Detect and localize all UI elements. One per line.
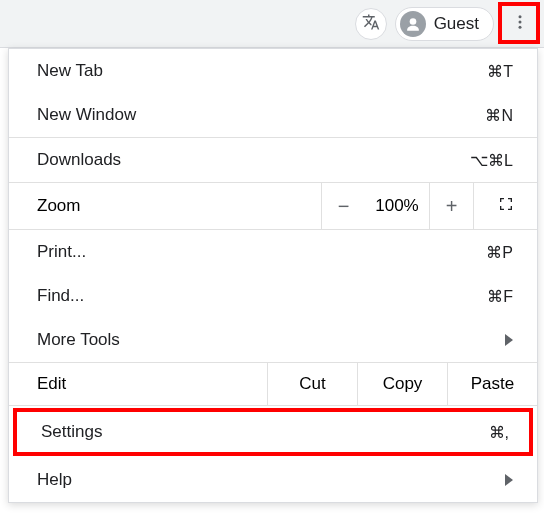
translate-button[interactable]: [355, 8, 387, 40]
menu-label: Downloads: [37, 150, 121, 170]
menu-shortcut: ⌥⌘L: [470, 151, 513, 170]
menu-label: Settings: [41, 422, 102, 442]
menu-label: Help: [37, 470, 72, 490]
menu-label: New Window: [37, 105, 136, 125]
svg-point-1: [409, 18, 416, 25]
menu-shortcut: ⌘T: [487, 62, 513, 81]
menu-label: More Tools: [37, 330, 120, 350]
chevron-right-icon: [505, 334, 513, 346]
menu-item-more-tools[interactable]: More Tools: [9, 318, 537, 362]
menu-item-help[interactable]: Help: [9, 458, 537, 502]
kebab-icon: [511, 13, 529, 35]
menu-item-new-tab[interactable]: New Tab ⌘T: [9, 49, 537, 93]
menu-button[interactable]: [502, 6, 538, 42]
menu-item-zoom: Zoom − 100% +: [9, 182, 537, 230]
fullscreen-button[interactable]: [473, 183, 537, 229]
menu-item-find[interactable]: Find... ⌘F: [9, 274, 537, 318]
avatar-icon: [400, 11, 426, 37]
menu-item-print[interactable]: Print... ⌘P: [9, 230, 537, 274]
zoom-value: 100%: [365, 196, 429, 216]
menu-label: Print...: [37, 242, 86, 262]
browser-toolbar: Guest: [0, 0, 544, 48]
menu-item-new-window[interactable]: New Window ⌘N: [9, 93, 537, 137]
svg-point-2: [519, 15, 522, 18]
menu-shortcut: ⌘P: [486, 243, 513, 262]
browser-menu: New Tab ⌘T New Window ⌘N Downloads ⌥⌘L Z…: [8, 48, 538, 503]
zoom-in-button[interactable]: +: [429, 183, 473, 229]
menu-label: Find...: [37, 286, 84, 306]
zoom-label: Zoom: [9, 196, 321, 216]
cut-button[interactable]: Cut: [267, 363, 357, 405]
menu-shortcut: ⌘N: [485, 106, 513, 125]
profile-label: Guest: [434, 14, 479, 34]
menu-item-downloads[interactable]: Downloads ⌥⌘L: [9, 138, 537, 182]
profile-button[interactable]: Guest: [395, 7, 494, 41]
menu-item-edit: Edit Cut Copy Paste: [9, 362, 537, 406]
translate-icon: [362, 13, 380, 35]
svg-point-3: [519, 20, 522, 23]
menu-shortcut: ⌘F: [487, 287, 513, 306]
settings-highlight: Settings ⌘,: [13, 408, 533, 456]
menu-item-settings[interactable]: Settings ⌘,: [17, 412, 529, 452]
menu-shortcut: ⌘,: [489, 423, 509, 442]
fullscreen-icon: [498, 196, 514, 216]
copy-button[interactable]: Copy: [357, 363, 447, 405]
paste-button[interactable]: Paste: [447, 363, 537, 405]
menu-label: New Tab: [37, 61, 103, 81]
chevron-right-icon: [505, 474, 513, 486]
zoom-out-button[interactable]: −: [321, 183, 365, 229]
svg-point-4: [519, 25, 522, 28]
edit-label: Edit: [9, 374, 267, 394]
